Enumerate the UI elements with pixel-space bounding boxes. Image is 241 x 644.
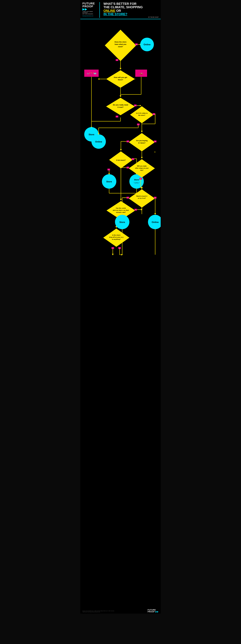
svg-text:How will you get: How will you get <box>114 76 127 78</box>
svg-text:need?: need? <box>118 46 123 48</box>
svg-text:Can the carrier: Can the carrier <box>116 207 126 209</box>
svg-text:Need to touch it: Need to touch it <box>136 195 147 197</box>
footer-sources: Sources: Anne Goodchild (Jan. 14, 2020, … <box>82 610 114 612</box>
svg-text:Y: Y <box>116 116 117 117</box>
title-instore: IN THE STORE? <box>104 12 127 16</box>
svg-text:Store: Store <box>106 180 112 183</box>
svg-text:Y: Y <box>128 197 128 198</box>
svg-text:normal route?: normal route? <box>116 212 126 213</box>
svg-text:N: N <box>154 114 154 115</box>
footer: Sources: Anne Goodchild (Jan. 14, 2020, … <box>80 608 161 614</box>
footer-logo: FUTURE PROOF ▶▶ <box>148 609 158 612</box>
svg-text:4+ items?: 4+ items? <box>138 142 146 144</box>
svg-text:A lot more?: A lot more? <box>116 159 126 161</box>
q1-text: Does the store <box>114 41 126 43</box>
svg-text:pick up returns on their: pick up returns on their <box>113 210 129 211</box>
svg-text:other stops on your: other stops on your <box>135 167 149 169</box>
svg-text:N: N <box>140 178 141 180</box>
svg-text:Y: Y <box>138 124 139 125</box>
svg-text:Store: Store <box>134 178 139 181</box>
svg-text:Store: Store <box>119 221 125 224</box>
svg-text:Online: Online <box>152 221 159 224</box>
svg-text:N: N <box>155 197 156 198</box>
svg-text:Is it 1.5+ miles to: Is it 1.5+ miles to <box>136 112 148 114</box>
svg-text:Online: Online <box>144 43 150 46</box>
svg-text:drop-off on your way: drop-off on your way <box>109 236 124 238</box>
svg-text:Y: Y <box>128 141 128 142</box>
flowchart-container: Does the store have what you need? Y N O… <box>80 19 161 608</box>
header-divider <box>100 2 100 18</box>
title-online: ONLINE <box>104 9 116 12</box>
logo-subtitle: LOWER YOUR CARBON FOOTPRINT NOT YOUR STA… <box>82 11 97 14</box>
svg-text:Do you really need: Do you really need <box>113 104 128 106</box>
logo-arrows: ▶▶ <box>82 8 87 11</box>
svg-text:to anything?: to anything? <box>112 238 121 240</box>
svg-text:¯\_(ツ)_/¯: ¯\_(ツ)_/¯ <box>133 182 140 184</box>
svg-text:trip?: trip? <box>140 170 144 171</box>
svg-text:or try it on?: or try it on? <box>138 198 146 199</box>
svg-text:it now?: it now? <box>118 106 124 108</box>
svg-text:Will you make: Will you make <box>137 165 146 167</box>
byline: BY TIM DE CHANT <box>104 16 158 18</box>
flowchart-svg: Does the store have what you need? Y N O… <box>80 19 161 608</box>
svg-text:N: N <box>119 248 120 249</box>
svg-text:Y: Y <box>108 169 109 170</box>
svg-text:the store?: the store? <box>138 114 145 116</box>
svg-text:Is the return: Is the return <box>112 234 120 236</box>
svg-text:Are you buying: Are you buying <box>136 140 148 142</box>
svg-text:Online: Online <box>95 140 102 143</box>
page: FUTURE PROOF ▶▶ LOWER YOUR CARBON FOOTPR… <box>80 0 161 614</box>
svg-text:N: N <box>135 209 136 210</box>
svg-text:🚲/🚶/🚌: 🚲/🚶/🚌 <box>86 72 96 74</box>
svg-text:Y: Y <box>128 167 128 168</box>
main-title: WHAT'S BETTER FOR THE CLIMATE, SHOPPING … <box>104 2 158 16</box>
svg-text:N: N <box>136 44 137 45</box>
header: FUTURE PROOF ▶▶ LOWER YOUR CARBON FOOTPR… <box>80 0 161 19</box>
logo-title: FUTURE PROOF ▶▶ <box>82 2 97 11</box>
svg-text:Y: Y <box>112 248 113 249</box>
svg-text:🚗: 🚗 <box>140 72 143 75</box>
svg-text:Y: Y <box>116 60 117 61</box>
header-title: WHAT'S BETTER FOR THE CLIMATE, SHOPPING … <box>102 2 158 18</box>
website-link: futureproofreviews.com <box>82 15 97 16</box>
svg-text:N: N <box>132 158 134 160</box>
svg-text:have what you: have what you <box>114 43 126 45</box>
svg-text:N: N <box>155 141 156 142</box>
logo-block: FUTURE PROOF ▶▶ LOWER YOUR CARBON FOOTPR… <box>82 2 97 16</box>
svg-text:there?: there? <box>118 79 123 81</box>
svg-text:N: N <box>135 105 136 106</box>
svg-text:Store: Store <box>88 133 94 136</box>
